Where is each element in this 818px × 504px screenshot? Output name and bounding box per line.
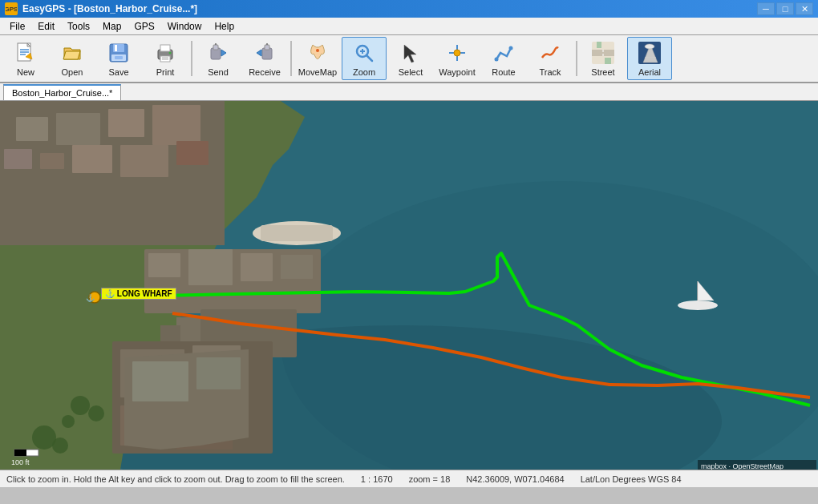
save-label: Save: [108, 67, 128, 77]
svg-rect-72: [132, 361, 188, 401]
send-label: Send: [208, 67, 229, 77]
street-icon: [590, 40, 616, 66]
map-overlay: ⚓ 100 ft mapbox · OpenStreetMap: [0, 101, 818, 470]
route-label: Route: [492, 67, 515, 77]
status-coords: N42.36009, W071.04684: [466, 474, 564, 484]
aerial-label: Aerial: [638, 67, 661, 77]
svg-rect-53: [152, 105, 200, 145]
tab-boston-harbor[interactable]: Boston_Harbor_Cruise...*: [3, 84, 121, 100]
titlebar-left: GPS EasyGPS - [Boston_Harbor_Cruise...*]: [5, 2, 197, 15]
title-text: EasyGPS - [Boston_Harbor_Cruise...*]: [22, 3, 197, 14]
svg-point-81: [678, 300, 718, 310]
svg-point-76: [62, 415, 75, 428]
new-label: New: [17, 67, 34, 77]
receive-icon: [252, 40, 277, 66]
waypoint-label: Waypoint: [439, 67, 475, 77]
svg-point-18: [169, 52, 172, 54]
menubar: File Edit Tools Map GPS Window Help: [0, 18, 818, 35]
svg-text:⚓: ⚓: [86, 293, 95, 303]
aerial-icon: [637, 40, 662, 66]
street-label: Street: [591, 67, 614, 77]
open-label: Open: [62, 67, 83, 77]
separator-3: [576, 41, 577, 76]
track-icon: [537, 40, 563, 66]
toolbar-aerial-button[interactable]: Aerial: [627, 37, 672, 80]
svg-point-45: [645, 44, 654, 49]
status-datum: Lat/Lon Degrees WGS 84: [581, 474, 682, 484]
send-icon: [205, 40, 231, 66]
toolbar-send-button[interactable]: Send: [196, 37, 241, 80]
svg-point-36: [495, 58, 499, 62]
waypoint-long-wharf: ⚓ LONG WHARF: [101, 288, 176, 300]
toolbar-movemap-button[interactable]: MoveMap: [295, 37, 340, 80]
svg-point-35: [454, 50, 460, 56]
waypoint-text: LONG WHARF: [117, 289, 172, 298]
new-icon: [13, 40, 38, 66]
maximize-button[interactable]: □: [776, 2, 794, 15]
svg-marker-22: [221, 50, 226, 56]
toolbar-new-button[interactable]: New: [3, 37, 48, 80]
print-label: Print: [156, 67, 175, 77]
svg-rect-51: [56, 113, 100, 145]
svg-rect-42: [605, 58, 611, 64]
menu-tools[interactable]: Tools: [61, 19, 96, 34]
tabbar: Boston_Harbor_Cruise...*: [0, 83, 818, 101]
waypoint-icon: ⚓: [105, 289, 117, 298]
status-zoom: zoom = 18: [409, 474, 451, 484]
track-label: Track: [539, 67, 561, 77]
toolbar-track-button[interactable]: Track: [528, 37, 573, 80]
receive-label: Receive: [249, 67, 281, 77]
svg-rect-55: [40, 153, 64, 169]
close-button[interactable]: ✕: [796, 2, 813, 15]
separator-1: [191, 41, 192, 76]
svg-point-75: [88, 405, 104, 421]
menu-edit[interactable]: Edit: [31, 19, 61, 34]
toolbar-select-button[interactable]: Select: [388, 37, 433, 80]
map-area[interactable]: ⚓ 100 ft mapbox · OpenStreetMap ⚓ LONG W…: [0, 101, 818, 470]
svg-rect-10: [115, 45, 117, 51]
svg-rect-54: [4, 149, 32, 169]
toolbar-zoom-button[interactable]: Zoom: [342, 37, 387, 80]
svg-rect-41: [597, 42, 601, 48]
svg-line-29: [366, 55, 372, 61]
svg-point-74: [71, 396, 90, 415]
svg-rect-20: [213, 45, 218, 50]
svg-rect-56: [72, 145, 112, 173]
menu-map[interactable]: Map: [96, 19, 128, 34]
zoom-label: Zoom: [353, 67, 375, 77]
toolbar-open-button[interactable]: Open: [50, 37, 95, 80]
toolbar-waypoint-button[interactable]: Waypoint: [435, 37, 480, 80]
svg-rect-62: [241, 253, 273, 281]
toolbar: New Open Save: [0, 35, 818, 83]
minimize-button[interactable]: ─: [757, 2, 775, 15]
toolbar-save-button[interactable]: Save: [96, 37, 141, 80]
toolbar-route-button[interactable]: Route: [481, 37, 526, 80]
waypoint-icon: [444, 40, 470, 66]
menu-help[interactable]: Help: [208, 19, 241, 34]
titlebar: GPS EasyGPS - [Boston_Harbor_Cruise...*]…: [0, 0, 818, 18]
svg-rect-58: [176, 141, 209, 165]
menu-window[interactable]: Window: [161, 19, 209, 34]
app-icon: GPS: [5, 2, 18, 15]
svg-point-78: [52, 437, 68, 454]
svg-rect-104: [14, 450, 26, 456]
svg-rect-50: [16, 117, 48, 141]
menu-gps[interactable]: GPS: [128, 19, 160, 34]
select-label: Select: [399, 67, 423, 77]
status-hint: Click to zoom in. Hold the Alt key and c…: [6, 474, 345, 484]
svg-text:GPS: GPS: [6, 6, 17, 13]
svg-rect-60: [148, 253, 180, 277]
toolbar-print-button[interactable]: Print: [143, 37, 188, 80]
svg-rect-63: [281, 255, 313, 279]
toolbar-receive-button[interactable]: Receive: [242, 37, 287, 80]
svg-point-37: [509, 46, 513, 50]
open-icon: [59, 40, 85, 66]
svg-rect-52: [108, 109, 144, 137]
statusbar: Click to zoom in. Hold the Alt key and c…: [0, 470, 818, 487]
menu-file[interactable]: File: [3, 19, 31, 34]
svg-text:mapbox · OpenStreetMap: mapbox · OpenStreetMap: [701, 462, 784, 470]
route-icon: [491, 40, 516, 66]
titlebar-controls: ─ □ ✕: [757, 2, 813, 15]
toolbar-street-button[interactable]: Street: [581, 37, 626, 80]
print-icon: [152, 40, 178, 66]
